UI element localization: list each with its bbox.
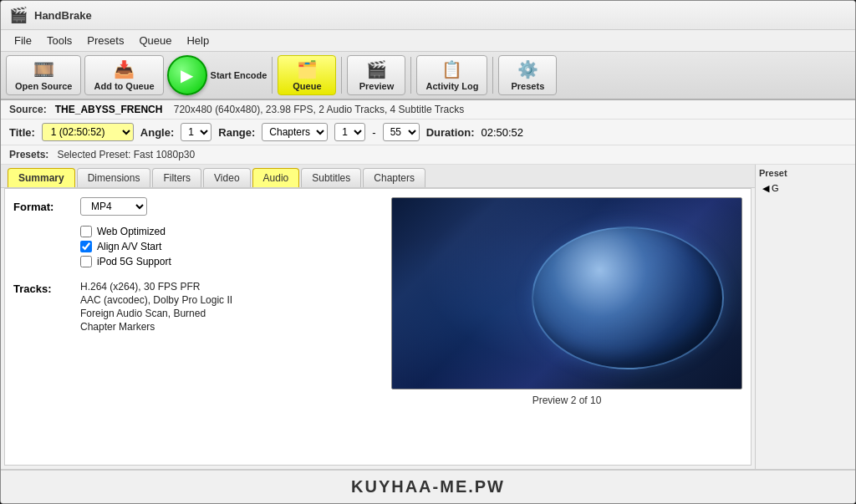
- open-source-label: Open Source: [15, 81, 72, 91]
- toolbar-separator-4: [492, 57, 493, 94]
- tabs-bar: Summary Dimensions Filters Video Audio S…: [1, 165, 755, 188]
- menu-presets[interactable]: Presets: [80, 32, 130, 49]
- toolbar-separator-3: [410, 57, 411, 94]
- titlebar: 🎬 HandBrake: [1, 1, 855, 30]
- start-encode-button[interactable]: ▶: [167, 55, 207, 95]
- tab-audio[interactable]: Audio: [252, 168, 300, 187]
- duration-value: 02:50:52: [481, 126, 523, 139]
- tab-chapters[interactable]: Chapters: [363, 168, 425, 187]
- align-av-checkbox[interactable]: [80, 241, 92, 252]
- queue-icon: 🗂️: [297, 59, 318, 79]
- preview-caption: Preview 2 of 10: [532, 395, 602, 406]
- tab-subtitles[interactable]: Subtitles: [301, 168, 361, 187]
- format-select[interactable]: MP4: [80, 197, 147, 216]
- ipod-label: iPod 5G Support: [97, 256, 171, 267]
- content-panel: Summary Dimensions Filters Video Audio S…: [1, 165, 755, 469]
- app-title: HandBrake: [34, 9, 92, 22]
- duration-label: Duration:: [426, 126, 475, 139]
- title-select[interactable]: 1 (02:50:52): [42, 123, 134, 141]
- app-window: 🎬 HandBrake File Tools Presets Queue Hel…: [0, 0, 856, 504]
- watermark-text: KUYHAA-ME.PW: [351, 477, 505, 496]
- source-bar: Source: THE_ABYSS_FRENCH 720x480 (640x48…: [1, 100, 855, 120]
- ipod-checkbox[interactable]: [80, 256, 92, 267]
- source-label: Source:: [9, 104, 47, 115]
- align-av-item: Align A/V Start: [80, 241, 383, 252]
- selected-preset-value: Selected Preset: Fast 1080p30: [57, 149, 195, 160]
- open-source-button[interactable]: 🎞️ Open Source: [6, 55, 81, 95]
- presets-sidebar: Preset ◀ G: [755, 165, 855, 469]
- add-to-queue-button[interactable]: 📥 Add to Queue: [84, 55, 163, 95]
- activity-log-button[interactable]: 📋 Activity Log: [416, 55, 487, 95]
- preview-panel: Preview 2 of 10: [391, 197, 742, 456]
- play-icon: ▶: [181, 65, 193, 85]
- watermark: KUYHAA-ME.PW: [1, 469, 855, 503]
- toolbar: 🎞️ Open Source 📥 Add to Queue ▶ Start En…: [1, 52, 855, 100]
- tab-filters[interactable]: Filters: [152, 168, 201, 187]
- presets-button[interactable]: ⚙️ Presets: [498, 55, 557, 95]
- range-dash: -: [372, 126, 375, 139]
- tab-content-summary: Format: MP4 Web Optimized Ali: [4, 188, 752, 466]
- summary-left: Format: MP4 Web Optimized Ali: [13, 197, 383, 456]
- format-row: Format: MP4: [13, 197, 383, 216]
- chapter-start-select[interactable]: 1: [334, 123, 365, 141]
- tab-video[interactable]: Video: [203, 168, 250, 187]
- main-area: Summary Dimensions Filters Video Audio S…: [1, 165, 855, 469]
- toolbar-separator-2: [341, 57, 342, 94]
- align-av-label: Align A/V Start: [97, 241, 161, 252]
- add-to-queue-icon: 📥: [114, 59, 135, 79]
- chapter-end-select[interactable]: 55: [383, 123, 420, 141]
- source-filename: THE_ABYSS_FRENCH: [55, 104, 163, 115]
- preview-label: Preview: [359, 81, 395, 91]
- menubar: File Tools Presets Queue Help: [1, 30, 855, 52]
- angle-select[interactable]: 1: [181, 123, 211, 141]
- title-label: Title:: [9, 126, 35, 139]
- web-optimized-item: Web Optimized: [80, 226, 383, 237]
- web-optimized-label: Web Optimized: [97, 226, 166, 237]
- presets-icon: ⚙️: [517, 59, 538, 79]
- menu-help[interactable]: Help: [180, 32, 216, 49]
- presets-label: Presets: [512, 81, 545, 91]
- tab-dimensions[interactable]: Dimensions: [77, 168, 151, 187]
- menu-queue[interactable]: Queue: [132, 32, 178, 49]
- queue-label: Queue: [293, 81, 321, 91]
- track-1: H.264 (x264), 30 FPS PFR: [80, 281, 232, 293]
- tracks-label: Tracks:: [13, 281, 72, 333]
- preset-group-item[interactable]: ◀ G: [759, 181, 852, 196]
- tracks-info: H.264 (x264), 30 FPS PFR AAC (avcodec), …: [80, 281, 232, 333]
- menu-file[interactable]: File: [8, 32, 38, 49]
- preview-image: [391, 197, 742, 389]
- range-select[interactable]: Chapters: [262, 123, 328, 141]
- checkbox-group: Web Optimized Align A/V Start iPod 5G Su…: [80, 226, 383, 267]
- presets-row: Presets: Selected Preset: Fast 1080p30: [1, 145, 855, 165]
- track-2: AAC (avcodec), Dolby Pro Logic II: [80, 294, 232, 306]
- ipod-item: iPod 5G Support: [80, 256, 383, 267]
- toolbar-separator-1: [272, 57, 273, 94]
- menu-tools[interactable]: Tools: [40, 32, 79, 49]
- source-details: 720x480 (640x480), 23.98 FPS, 2 Audio Tr…: [174, 104, 465, 115]
- tab-summary[interactable]: Summary: [8, 168, 75, 187]
- range-label: Range:: [218, 126, 255, 139]
- web-optimized-checkbox[interactable]: [80, 226, 92, 237]
- track-3: Foreign Audio Scan, Burned: [80, 308, 232, 319]
- helmet-shape: [532, 227, 724, 369]
- activity-log-icon: 📋: [441, 59, 462, 79]
- title-row: Title: 1 (02:50:52) Angle: 1 Range: Chap…: [1, 120, 855, 145]
- tracks-section: Tracks: H.264 (x264), 30 FPS PFR AAC (av…: [13, 281, 383, 333]
- preview-button[interactable]: 🎬 Preview: [347, 55, 405, 95]
- track-4: Chapter Markers: [80, 321, 232, 333]
- app-icon: 🎬: [9, 6, 28, 24]
- format-label: Format:: [13, 201, 72, 213]
- preview-icon: 🎬: [366, 59, 387, 79]
- activity-log-label: Activity Log: [425, 81, 478, 91]
- angle-label: Angle:: [140, 126, 174, 139]
- start-encode-label: Start Encode: [211, 70, 268, 80]
- queue-button[interactable]: 🗂️ Queue: [278, 55, 336, 95]
- open-source-icon: 🎞️: [33, 59, 54, 79]
- presets-row-label: Presets:: [9, 149, 48, 160]
- presets-sidebar-title: Preset: [759, 168, 852, 178]
- add-to-queue-label: Add to Queue: [94, 81, 154, 91]
